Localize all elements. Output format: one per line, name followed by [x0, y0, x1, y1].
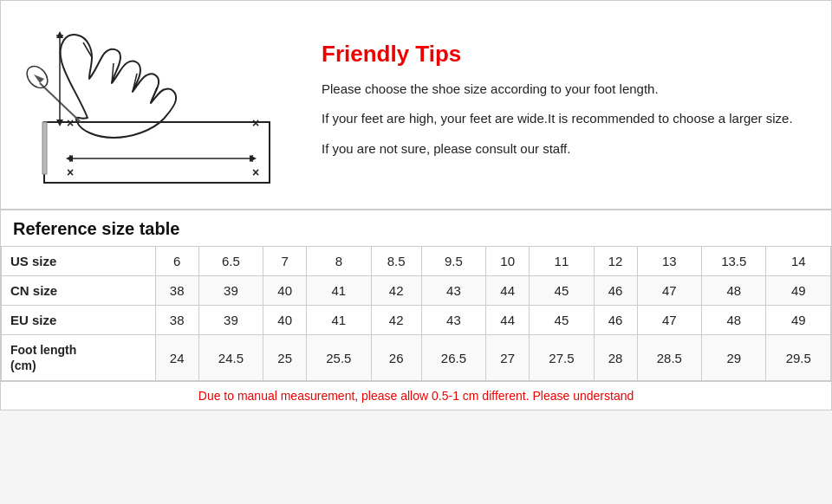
table-cell: 8 — [307, 247, 371, 276]
svg-text:×: × — [67, 116, 74, 130]
table-cell: 24 — [155, 335, 198, 381]
table-cell: 25 — [263, 335, 307, 381]
disclaimer: Due to manual measurement, please allow … — [1, 381, 831, 410]
tips-text-3: If you are not sure, please consult our … — [322, 139, 822, 159]
table-cell: 43 — [421, 276, 485, 306]
svg-text:×: × — [67, 165, 74, 179]
table-cell: 26 — [371, 335, 421, 381]
svg-marker-10 — [66, 155, 73, 162]
svg-text:×: × — [252, 165, 259, 179]
table-cell: 41 — [307, 306, 371, 335]
table-cell: 48 — [702, 276, 766, 306]
tips-title: Friendly Tips — [322, 41, 822, 68]
table-section: Reference size table US size66.5788.59.5… — [1, 210, 831, 410]
table-cell: 25.5 — [307, 335, 371, 381]
table-cell: 27 — [486, 335, 530, 381]
svg-marker-16 — [56, 31, 63, 38]
table-row: CN size383940414243444546474849 — [2, 276, 831, 306]
row-label: Foot length(cm) — [2, 335, 156, 381]
tips-text-2: If your feet are high, your feet are wid… — [322, 109, 822, 129]
table-row: US size66.5788.59.51011121313.514 — [2, 247, 831, 276]
table-cell: 13 — [637, 247, 701, 276]
table-cell: 12 — [594, 247, 637, 276]
table-cell: 44 — [486, 306, 530, 335]
table-cell: 42 — [371, 306, 421, 335]
table-row: Foot length(cm)2424.52525.52626.52727.52… — [2, 335, 831, 381]
table-cell: 45 — [530, 306, 594, 335]
table-cell: 10 — [486, 247, 530, 276]
svg-rect-21 — [42, 122, 47, 174]
table-cell: 38 — [155, 276, 198, 306]
table-cell: 40 — [263, 276, 307, 306]
table-cell: 28.5 — [637, 335, 701, 381]
row-label: EU size — [2, 306, 156, 335]
table-row: EU size383940414243444546474849 — [2, 306, 831, 335]
table-cell: 40 — [263, 306, 307, 335]
table-cell: 45 — [530, 276, 594, 306]
table-cell: 26.5 — [421, 335, 485, 381]
table-cell: 44 — [486, 276, 530, 306]
table-cell: 14 — [766, 247, 831, 276]
table-cell: 47 — [637, 276, 701, 306]
table-cell: 8.5 — [371, 247, 421, 276]
table-cell: 42 — [371, 276, 421, 306]
table-cell: 9.5 — [421, 247, 485, 276]
table-cell: 6.5 — [198, 247, 263, 276]
table-heading: Reference size table — [1, 210, 831, 246]
table-cell: 43 — [421, 306, 485, 335]
table-cell: 46 — [594, 306, 637, 335]
table-cell: 38 — [155, 306, 198, 335]
table-cell: 6 — [155, 247, 198, 276]
table-cell: 39 — [198, 276, 263, 306]
top-section: × × × × Friendly Tips Please choose the … — [1, 1, 831, 210]
table-cell: 49 — [766, 276, 831, 306]
table-cell: 7 — [263, 247, 307, 276]
svg-text:×: × — [252, 116, 259, 130]
table-cell: 13.5 — [702, 247, 766, 276]
table-cell: 39 — [198, 306, 263, 335]
table-cell: 46 — [594, 276, 637, 306]
row-label: CN size — [2, 276, 156, 306]
foot-svg: × × × × — [18, 10, 296, 200]
table-cell: 47 — [637, 306, 701, 335]
main-container: × × × × Friendly Tips Please choose the … — [0, 0, 832, 410]
foot-illustration: × × × × — [10, 10, 304, 200]
size-table: US size66.5788.59.51011121313.514CN size… — [1, 246, 831, 381]
table-cell: 41 — [307, 276, 371, 306]
tips-text-1: Please choose the shoe size according to… — [322, 80, 822, 100]
table-cell: 29 — [702, 335, 766, 381]
table-cell: 11 — [530, 247, 594, 276]
table-cell: 28 — [594, 335, 637, 381]
table-cell: 48 — [702, 306, 766, 335]
table-cell: 27.5 — [530, 335, 594, 381]
table-cell: 49 — [766, 306, 831, 335]
table-cell: 24.5 — [198, 335, 263, 381]
table-cell: 29.5 — [766, 335, 831, 381]
svg-rect-0 — [44, 122, 270, 183]
row-label: US size — [2, 247, 156, 276]
svg-marker-11 — [250, 155, 257, 162]
tips-section: Friendly Tips Please choose the shoe siz… — [304, 10, 822, 200]
